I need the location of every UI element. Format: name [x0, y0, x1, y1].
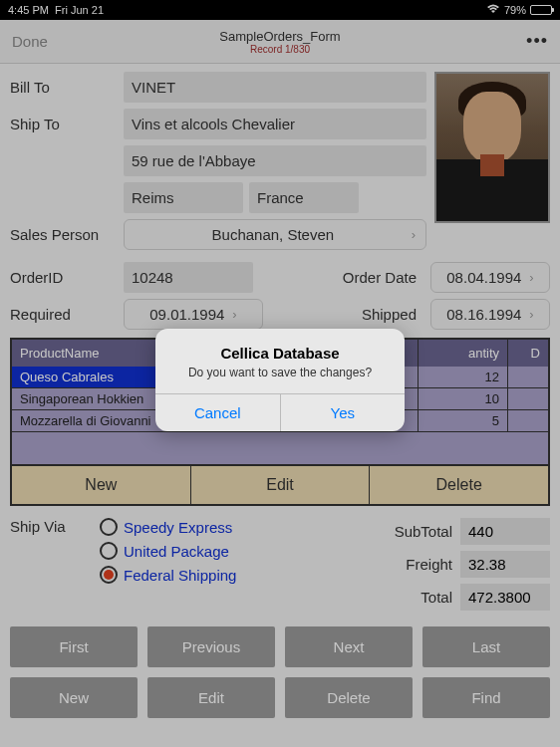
- alert-yes-button[interactable]: Yes: [281, 394, 406, 431]
- modal-overlay: Cellica Database Do you want to save the…: [0, 0, 560, 747]
- save-alert: Cellica Database Do you want to save the…: [155, 329, 405, 431]
- alert-message: Do you want to save the changes?: [167, 366, 393, 379]
- alert-title: Cellica Database: [167, 345, 393, 362]
- alert-cancel-button[interactable]: Cancel: [155, 394, 281, 431]
